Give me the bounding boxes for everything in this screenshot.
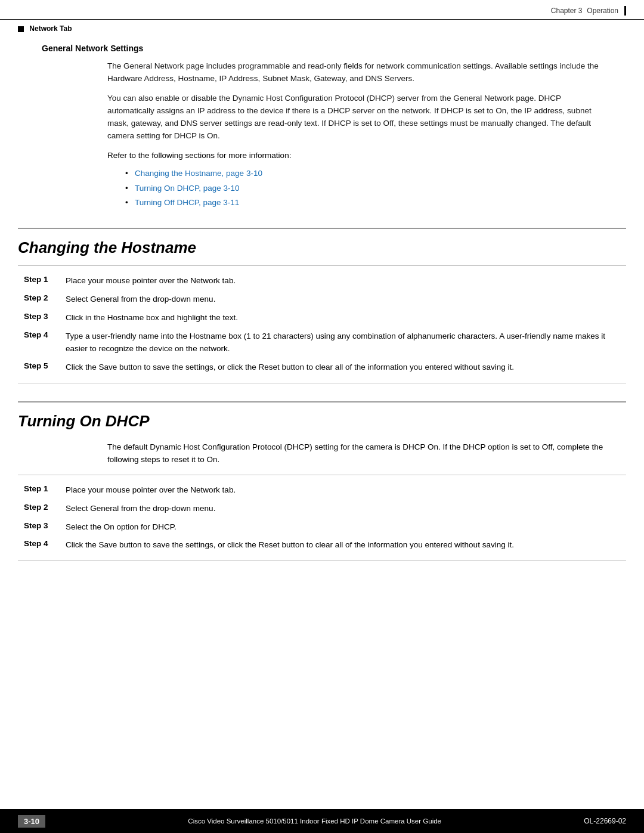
step-content: Select the On option for DHCP.: [66, 521, 626, 534]
list-item[interactable]: Turning On DHCP, page 3-10: [125, 181, 626, 196]
step-content: Click in the Hostname box and highlight …: [66, 312, 626, 324]
step-label: Step 3: [18, 312, 66, 321]
turning-on-dhcp-title: Turning On DHCP: [18, 401, 626, 431]
step-content: Type a user-friendly name into the Hostn…: [66, 330, 626, 355]
step-label: Step 2: [18, 293, 66, 302]
step-content: Click the Save button to save the settin…: [66, 361, 626, 374]
breadcrumb-icon: [18, 26, 24, 32]
step-row: Step 5 Click the Save button to save the…: [18, 358, 626, 377]
step-row: Step 3 Click in the Hostname box and hig…: [18, 309, 626, 327]
footer-doc-number: OL-22669-02: [584, 817, 626, 825]
page-footer: 3-10 Cisco Video Surveillance 5010/5011 …: [0, 809, 644, 833]
link-dhcp-off[interactable]: Turning Off DHCP, page 3-11: [135, 198, 239, 207]
general-network-heading: General Network Settings: [18, 44, 626, 53]
page-number: 3-10: [18, 815, 45, 828]
links-list: Changing the Hostname, page 3-10 Turning…: [125, 166, 626, 210]
refer-text: Refer to the following sections for more…: [107, 150, 608, 162]
step-content: Place your mouse pointer over the Networ…: [66, 275, 626, 287]
turning-on-dhcp-steps: Step 1 Place your mouse pointer over the…: [18, 475, 626, 562]
general-network-paragraph2: You can also enable or disable the Dynam…: [107, 92, 608, 143]
step-row: Step 1 Place your mouse pointer over the…: [18, 481, 626, 500]
link-dhcp-on[interactable]: Turning On DHCP, page 3-10: [135, 184, 240, 193]
step-content: Place your mouse pointer over the Networ…: [66, 484, 626, 497]
changing-hostname-title: Changing the Hostname: [18, 228, 626, 257]
step-label: Step 5: [18, 361, 66, 370]
list-item[interactable]: Turning Off DHCP, page 3-11: [125, 196, 626, 210]
changing-hostname-section: Changing the Hostname: [18, 228, 626, 257]
step-label: Step 2: [18, 503, 66, 512]
step-row: Step 2 Select General from the drop-down…: [18, 500, 626, 518]
step-content: Select General from the drop-down menu.: [66, 503, 626, 515]
turning-on-dhcp-section: Turning On DHCP: [18, 401, 626, 431]
step-row: Step 4 Type a user-friendly name into th…: [18, 327, 626, 358]
step-label: Step 4: [18, 539, 66, 548]
step-row: Step 1 Place your mouse pointer over the…: [18, 272, 626, 290]
step-content: Click the Save button to save the settin…: [66, 539, 626, 552]
step-row: Step 4 Click the Save button to save the…: [18, 536, 626, 555]
operation-label: Operation: [587, 7, 618, 15]
header-separator: [624, 6, 626, 16]
step-row: Step 2 Select General from the drop-down…: [18, 290, 626, 309]
page-header: Chapter 3 Operation: [0, 0, 644, 20]
step-label: Step 1: [18, 484, 66, 493]
dhcp-intro: The default Dynamic Host Configuration P…: [107, 441, 608, 466]
general-network-paragraph1: The General Network page includes progra…: [107, 60, 608, 85]
footer-title: Cisco Video Surveillance 5010/5011 Indoo…: [45, 817, 584, 825]
step-content: Select General from the drop-down menu.: [66, 293, 626, 306]
changing-hostname-steps: Step 1 Place your mouse pointer over the…: [18, 265, 626, 383]
list-item[interactable]: Changing the Hostname, page 3-10: [125, 166, 626, 181]
breadcrumb-text: Network Tab: [29, 24, 72, 33]
step-label: Step 3: [18, 521, 66, 530]
breadcrumb: Network Tab: [0, 20, 644, 38]
step-row: Step 3 Select the On option for DHCP.: [18, 518, 626, 537]
step-label: Step 1: [18, 275, 66, 284]
step-label: Step 4: [18, 330, 66, 339]
chapter-label: Chapter 3: [551, 7, 583, 15]
link-hostname[interactable]: Changing the Hostname, page 3-10: [135, 169, 262, 178]
main-content: General Network Settings The General Net…: [0, 38, 644, 615]
